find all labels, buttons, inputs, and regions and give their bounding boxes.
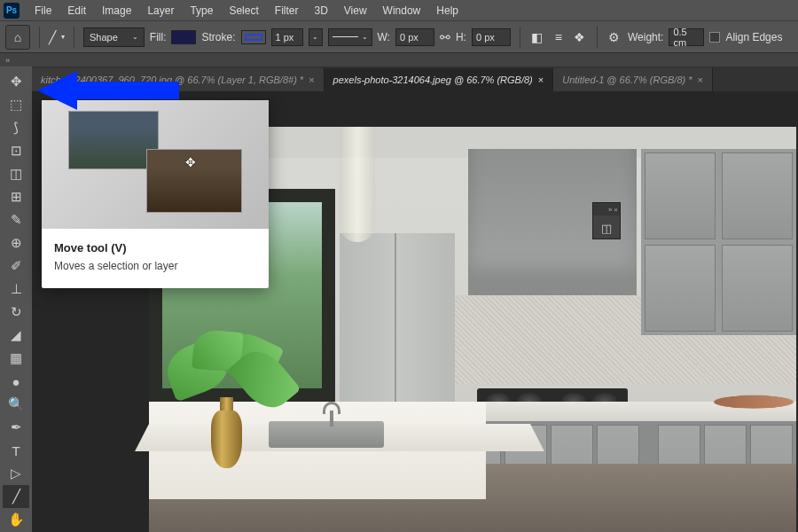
menu-filter[interactable]: Filter: [267, 1, 307, 20]
weight-label: Weight:: [628, 31, 663, 43]
close-icon[interactable]: ×: [309, 74, 314, 85]
eyedropper-tool[interactable]: ✎: [3, 208, 29, 231]
collapse-strip[interactable]: »: [0, 52, 798, 66]
line-tool-icon[interactable]: ╱: [49, 30, 56, 44]
close-icon[interactable]: ×: [538, 74, 544, 85]
home-icon: ⌂: [14, 30, 21, 44]
move-tool[interactable]: ✥: [3, 70, 29, 93]
menu-edit[interactable]: Edit: [59, 1, 94, 20]
height-input[interactable]: 0 px: [472, 28, 511, 46]
tab-pexels[interactable]: pexels-photo-3214064.jpeg @ 66.7% (RGB/8…: [325, 68, 554, 91]
collapse-icon[interactable]: »: [608, 206, 612, 214]
arrange-icon[interactable]: ❖: [572, 29, 588, 45]
height-label: H:: [456, 31, 466, 43]
tooltip-title: Move tool (V): [54, 241, 256, 254]
gear-icon[interactable]: ⚙: [606, 29, 622, 45]
dodge-tool[interactable]: 🔍: [3, 393, 29, 416]
menu-3d[interactable]: 3D: [306, 1, 335, 20]
shape-mode-select[interactable]: Shape⌄: [83, 27, 145, 47]
menu-view[interactable]: View: [336, 1, 375, 20]
path-select-tool[interactable]: ▷: [3, 462, 29, 485]
align-edges-checkbox[interactable]: [709, 32, 720, 43]
menu-type[interactable]: Type: [182, 1, 221, 20]
move-cursor-icon: ✥: [185, 155, 196, 169]
stroke-style-select[interactable]: ⌄: [328, 28, 372, 46]
gradient-tool[interactable]: ▦: [3, 347, 29, 370]
close-icon[interactable]: ×: [698, 74, 703, 85]
tooltip-description: Moves a selection or layer: [54, 260, 256, 272]
menu-select[interactable]: Select: [221, 1, 266, 20]
menu-help[interactable]: Help: [428, 1, 466, 20]
path-ops-icon[interactable]: ◧: [529, 29, 545, 45]
menu-layer[interactable]: Layer: [139, 1, 182, 20]
app-logo[interactable]: Ps: [4, 3, 20, 19]
link-wh-icon[interactable]: ⚯: [440, 30, 450, 44]
tool-palette: ✥ ⬚ ⟆ ⊡ ◫ ⊞ ✎ ⊕ ✐ ⊥ ↻ ◢ ▦ ● 🔍 ✒ T ▷ ╱ ✋: [0, 66, 32, 532]
stroke-label: Stroke:: [201, 31, 235, 43]
quick-select-tool[interactable]: ⊡: [3, 139, 29, 162]
line-shape-tool[interactable]: ╱: [3, 485, 29, 508]
crop-tool[interactable]: ◫: [3, 162, 29, 185]
healing-tool[interactable]: ⊕: [3, 231, 29, 254]
width-input[interactable]: 0 px: [395, 28, 434, 46]
tool-tooltip: ✥ Move tool (V) Moves a selection or lay…: [42, 100, 269, 288]
blur-tool[interactable]: ●: [3, 370, 29, 393]
options-bar: ⌂ ╱ ▾ Shape⌄ Fill: Stroke: 1 px ⌄ ⌄ W: 0…: [0, 20, 798, 52]
properties-icon[interactable]: ◫: [593, 215, 620, 240]
type-tool[interactable]: T: [3, 439, 29, 462]
close-icon[interactable]: ×: [614, 206, 618, 214]
brush-tool[interactable]: ✐: [3, 254, 29, 278]
menu-window[interactable]: Window: [375, 1, 429, 20]
fill-label: Fill:: [150, 31, 167, 43]
menu-bar: Ps File Edit Image Layer Type Select Fil…: [0, 0, 798, 20]
lasso-tool[interactable]: ⟆: [3, 116, 29, 139]
stroke-width-input[interactable]: 1 px: [271, 28, 303, 46]
history-brush-tool[interactable]: ↻: [3, 301, 29, 324]
home-button[interactable]: ⌂: [5, 25, 30, 50]
stroke-swatch[interactable]: [241, 30, 266, 44]
pen-tool[interactable]: ✒: [3, 416, 29, 439]
stroke-width-dropdown[interactable]: ⌄: [309, 28, 323, 46]
align-edges-label: Align Edges: [725, 31, 782, 43]
eraser-tool[interactable]: ◢: [3, 324, 29, 347]
menu-file[interactable]: File: [27, 1, 59, 20]
width-label: W:: [378, 31, 390, 43]
frame-tool[interactable]: ⊞: [3, 185, 29, 208]
marquee-tool[interactable]: ⬚: [3, 93, 29, 116]
menu-image[interactable]: Image: [94, 1, 139, 20]
fill-swatch[interactable]: [171, 30, 196, 44]
stamp-tool[interactable]: ⊥: [3, 278, 29, 301]
tab-untitled[interactable]: Untitled-1 @ 66.7% (RGB/8) *×: [553, 68, 713, 91]
tooltip-preview: ✥: [42, 100, 269, 229]
align-icon[interactable]: ≡: [551, 29, 567, 45]
collapsed-panel[interactable]: »× ◫: [592, 202, 621, 239]
hand-tool[interactable]: ✋: [3, 508, 29, 531]
weight-input[interactable]: 0.5 cm: [669, 28, 704, 46]
